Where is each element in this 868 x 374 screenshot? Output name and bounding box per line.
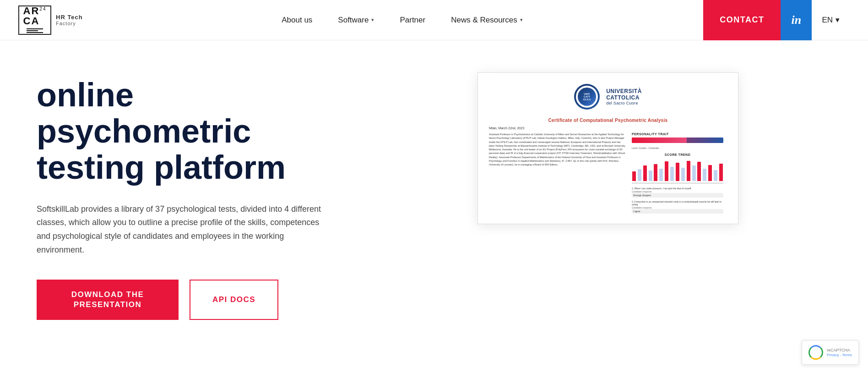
cert-bar-fill [649,170,652,181]
logo-line-2 [27,30,38,31]
right-section: UNIV CATT OLICA UNIVERSITÀCATTOLICA del … [385,68,831,224]
nav-right: CONTACT in EN ▾ [703,0,850,40]
hero-title-line1: online [37,77,134,113]
certificate-date: Milan, March 22nd, 2023 [489,126,727,130]
cert-bar-item [708,158,712,181]
cert-bar-fill [687,161,690,181]
certificate-title: Certificate of Computational Psychometri… [489,118,727,123]
cert-bar-item [686,158,691,181]
logo-label: HR Tech Factory [56,14,83,26]
logo-superscript: 24 [39,6,46,11]
recaptcha-widget: reCAPTCHA Privacy - Terms [802,340,859,365]
qa-item: 1. When I am under pressure, I can give … [632,187,723,198]
cert-bar-fill [703,169,706,181]
nav-item-about[interactable]: About us [269,0,325,40]
recaptcha-links: Privacy - Terms [827,353,852,357]
cert-bar-item [719,158,723,181]
cert-bar-item [632,158,636,181]
hero-title-line3: testing platform [37,149,286,186]
cert-bar-fill [638,169,641,181]
cert-bar-fill [681,168,685,181]
logo-arca-text: AR24CA [23,6,47,26]
logo-line-3 [27,32,43,33]
api-docs-button[interactable]: API DOCS [190,280,278,320]
university-name-main: UNIVERSITÀCATTOLICA [606,88,642,101]
download-presentation-button[interactable]: DOWNLOAD THEPRESENTATION [37,280,179,320]
qa-item: 2. A long time in an unexpected stressfu… [632,200,723,214]
nav-item-partner[interactable]: Partner [387,0,438,40]
score-baseline [632,183,723,183]
recaptcha-label: reCAPTCHA [827,348,852,353]
university-name: UNIVERSITÀCATTOLICA del Sacro Cuore [606,88,642,106]
personality-level-bar [632,138,723,143]
cert-bar-fill [670,167,674,181]
news-dropdown-icon: ▾ [520,17,523,23]
logo-area[interactable]: AR24CA HR Tech Factory [18,6,83,35]
university-logo-seal: UNIV CATT OLICA [578,88,596,106]
nav-links: About us Software ▾ Partner News & Resou… [101,0,703,40]
cert-header: UNIV CATT OLICA UNIVERSITÀCATTOLICA del … [489,84,727,113]
cert-bar-fill [719,164,723,181]
cert-bar-item [637,158,642,181]
left-section: online psychometric testing platform Sof… [37,68,357,320]
personality-trait-label: PERSONALITY TRAIT [632,132,723,136]
software-dropdown-icon: ▾ [371,17,374,23]
cert-bar-item [643,158,647,181]
nav-item-software-label: Software [338,16,369,25]
logo-box: AR24CA [18,6,51,35]
cert-bar-item [648,158,653,181]
cert-bar-item [659,158,663,181]
hero-title: online psychometric testing platform [37,77,357,186]
qa-answer-text: Strongly disagree [632,193,723,198]
recaptcha-info: reCAPTCHA Privacy - Terms [827,348,852,358]
qa-section: 1. When I am under pressure, I can give … [632,187,723,214]
cert-bar-item [697,158,702,181]
cert-bar-item [702,158,707,181]
score-trend-section: SCORE TREND [632,153,723,183]
cert-bar-fill [632,171,636,181]
nav-item-software[interactable]: Software ▾ [325,0,387,40]
logo-brand-top: HR Tech [56,14,83,21]
university-logo: UNIV CATT OLICA [574,84,600,110]
cert-bar-item [675,158,680,181]
cert-bar-fill [659,169,663,182]
cert-bar-item [713,158,718,181]
hero-title-line2: psychometric [37,113,251,149]
cert-bar-fill [708,165,712,181]
cert-bar-item [681,158,685,181]
certificate-body: Assistant Professor in Psychometrics at … [489,132,626,166]
nav-item-partner-label: Partner [400,16,425,25]
cert-bar-item [692,158,696,181]
university-logo-inner: UNIV CATT OLICA [576,86,598,108]
cert-bar-item [654,158,658,181]
level-left-label: Level: Contain - Contender [632,147,659,149]
cert-bar-fill [676,163,679,181]
cert-bar-fill [692,165,696,181]
cert-bar-fill [654,164,657,181]
recaptcha-icon [808,345,823,360]
nav-item-news-label: News & Resources [451,16,517,25]
personality-section: PERSONALITY TRAIT Level: Contain - Conte… [632,132,723,149]
cert-bar-fill [697,162,701,181]
contact-button[interactable]: CONTACT [703,0,781,40]
cert-bar-fill [665,161,668,181]
language-selector[interactable]: EN ▾ [812,0,850,40]
navbar: AR24CA HR Tech Factory About us Software… [0,0,868,40]
language-label: EN [822,16,833,25]
nav-item-news[interactable]: News & Resources ▾ [438,0,536,40]
qa-answer-text: I agree [632,209,723,214]
qa-question: 1. When I am under pressure, I can give … [632,187,723,190]
certificate-preview: UNIV CATT OLICA UNIVERSITÀCATTOLICA del … [477,72,738,224]
lang-chevron-icon: ▾ [835,15,840,25]
cert-bar-item [670,158,674,181]
cert-bar-fill [643,165,647,181]
university-name-sub: del Sacro Cuore [606,101,642,105]
score-bars [632,158,723,181]
score-trend-title: SCORE TREND [632,153,723,156]
level-labels: Level: Contain - Contender [632,147,723,149]
linkedin-button[interactable]: in [781,0,812,40]
cert-bar-item [664,158,669,181]
cert-bar-fill [714,170,717,181]
qa-question: 2. A long time in an unexpected stressfu… [632,200,723,206]
logo-brand-bottom: Factory [56,21,83,26]
